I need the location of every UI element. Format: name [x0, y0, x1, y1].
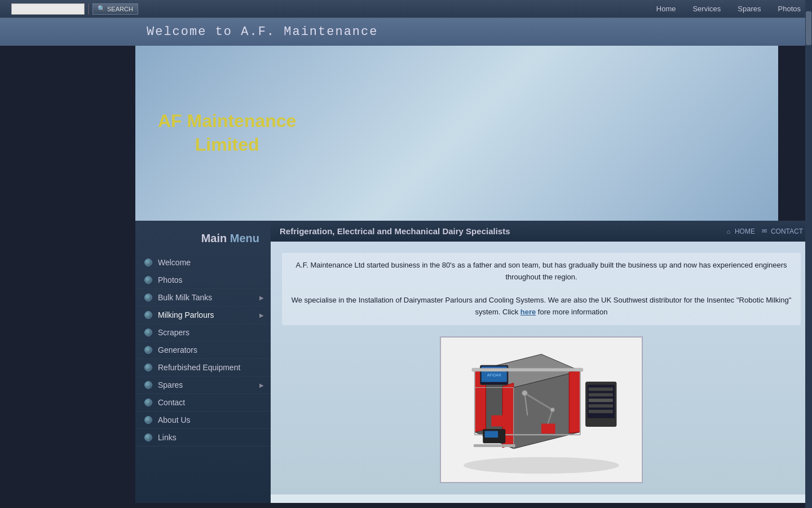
search-button-label: SEARCH — [107, 6, 133, 12]
welcome-text: Welcome to A.F. Maintenance — [147, 25, 378, 39]
hero-title: AF Maintenance Limited — [158, 110, 296, 156]
sidebar-item-generators[interactable]: Generators — [135, 341, 271, 359]
submenu-arrow-icon: ▶ — [259, 312, 264, 318]
sidebar-item-spares[interactable]: Spares ▶ — [135, 376, 271, 394]
sidebar-item-welcome[interactable]: Welcome — [135, 254, 271, 271]
sidebar-item-scrapers[interactable]: Scrapers — [135, 324, 271, 341]
hero-title-line2: Limited — [158, 133, 296, 157]
breadcrumb-home-label: HOME — [735, 227, 755, 235]
submenu-arrow-icon: ▶ — [259, 295, 264, 301]
bullet-icon — [144, 433, 152, 441]
svg-point-15 — [550, 408, 555, 412]
bullet-icon — [144, 329, 152, 336]
intro-here-link[interactable]: here — [520, 308, 536, 316]
sidebar-item-label: Photos — [158, 275, 264, 284]
content-row: Main Menu Welcome Photos Bulk Milk Tanks… — [135, 221, 812, 503]
welcome-banner: Welcome to A.F. Maintenance — [0, 18, 812, 46]
intro-p2-after: fore more information — [536, 308, 607, 316]
sidebar-item-photos[interactable]: Photos — [135, 271, 271, 289]
sidebar-item-label: Scrapers — [158, 328, 264, 337]
svg-rect-29 — [541, 424, 555, 434]
product-image: AFIDAR — [440, 336, 643, 483]
svg-point-14 — [522, 391, 528, 396]
sidebar-item-label: Links — [158, 433, 264, 442]
bullet-icon — [144, 364, 152, 371]
search-area: 🔍 SEARCH — [11, 3, 138, 15]
right-section: AF Maintenance Limited Main Menu Welcome… — [135, 46, 812, 503]
svg-marker-6 — [569, 371, 580, 433]
sidebar-item-contact[interactable]: Contact — [135, 394, 271, 411]
bullet-icon — [144, 346, 152, 354]
sidebar-wrapper — [0, 46, 135, 503]
bullet-icon — [144, 381, 152, 389]
top-nav-services[interactable]: Services — [692, 5, 721, 13]
home-icon: ⌂ — [725, 227, 732, 235]
sidebar-item-label: Milking Parlours — [158, 310, 259, 319]
top-nav-spares[interactable]: Spares — [738, 5, 761, 13]
intro-text: A.F. Maintenance Ltd started business in… — [282, 253, 801, 325]
top-nav-photos[interactable]: Photos — [778, 5, 801, 13]
sidebar-item-label: Spares — [158, 380, 259, 389]
breadcrumb-area: ⌂ HOME ✉ CONTACT — [725, 227, 803, 235]
search-button[interactable]: 🔍 SEARCH — [92, 3, 138, 15]
breadcrumb-contact[interactable]: ✉ CONTACT — [761, 227, 803, 235]
main-menu-highlight: Menu — [230, 232, 259, 244]
bullet-icon — [144, 259, 152, 266]
sidebar-item-label: Refurbished Equipment — [158, 363, 264, 372]
sidebar-item-label: Bulk Milk Tanks — [158, 293, 259, 302]
main-container: AF Maintenance Limited Main Menu Welcome… — [0, 46, 812, 503]
svg-rect-28 — [491, 415, 508, 427]
search-input[interactable] — [11, 3, 85, 15]
contact-icon: ✉ — [761, 227, 769, 235]
sidebar-item-label: Generators — [158, 345, 264, 354]
svg-rect-19 — [589, 393, 613, 396]
svg-rect-32 — [474, 444, 515, 447]
svg-rect-20 — [589, 398, 613, 402]
sidebar-item-bulk-milk-tanks[interactable]: Bulk Milk Tanks ▶ — [135, 289, 271, 306]
svg-rect-18 — [589, 388, 613, 391]
scrollbar-thumb[interactable] — [806, 11, 811, 45]
sidebar-item-label: Welcome — [158, 258, 264, 267]
bullet-icon — [144, 276, 152, 284]
scrollbar[interactable] — [805, 0, 812, 508]
submenu-arrow-icon: ▶ — [259, 382, 264, 388]
content-body: A.F. Maintenance Ltd started business in… — [271, 242, 812, 494]
search-icon: 🔍 — [98, 5, 105, 12]
sidebar-item-links[interactable]: Links — [135, 429, 271, 446]
bullet-icon — [144, 416, 152, 424]
bullet-icon — [144, 311, 152, 319]
breadcrumb-home[interactable]: ⌂ HOME — [725, 227, 755, 235]
sidebar-item-label: About Us — [158, 415, 264, 424]
hero: AF Maintenance Limited — [135, 46, 778, 221]
sidebar: Main Menu Welcome Photos Bulk Milk Tanks… — [135, 221, 271, 503]
sidebar-item-refurbished-equipment[interactable]: Refurbished Equipment — [135, 359, 271, 376]
top-nav-home[interactable]: Home — [656, 5, 676, 13]
main-menu-title: Main Menu — [135, 232, 271, 245]
sidebar-item-label: Contact — [158, 398, 264, 407]
bullet-icon — [144, 294, 152, 301]
svg-rect-34 — [485, 431, 498, 437]
machine-svg: AFIDAR — [441, 338, 642, 482]
content-header: Refrigeration, Electrical and Mechanical… — [271, 221, 812, 242]
sidebar-item-milking-parlours[interactable]: Milking Parlours ▶ — [135, 306, 271, 324]
top-bar: 🔍 SEARCH Home Services Spares Photos — [0, 0, 812, 18]
svg-rect-21 — [589, 404, 613, 408]
content-title: Refrigeration, Electrical and Mechanical… — [280, 226, 510, 236]
breadcrumb-contact-label: CONTACT — [771, 227, 803, 235]
bullet-icon — [144, 398, 152, 406]
intro-paragraph-1: A.F. Maintenance Ltd started business in… — [289, 260, 794, 283]
main-menu-plain: Main — [201, 232, 227, 244]
top-nav: Home Services Spares Photos — [656, 5, 801, 13]
sidebar-item-about-us[interactable]: About Us — [135, 411, 271, 429]
svg-rect-22 — [589, 410, 613, 413]
hero-title-line1: AF Maintenance — [158, 110, 296, 133]
svg-text:AFIDAR: AFIDAR — [487, 373, 501, 377]
content-panel: Refrigeration, Electrical and Mechanical… — [271, 221, 812, 503]
product-image-container: AFIDAR — [282, 336, 801, 483]
svg-point-1 — [464, 457, 619, 474]
intro-paragraph-2: We specialise in the Installation of Dai… — [289, 295, 794, 318]
svg-rect-27 — [472, 368, 583, 371]
